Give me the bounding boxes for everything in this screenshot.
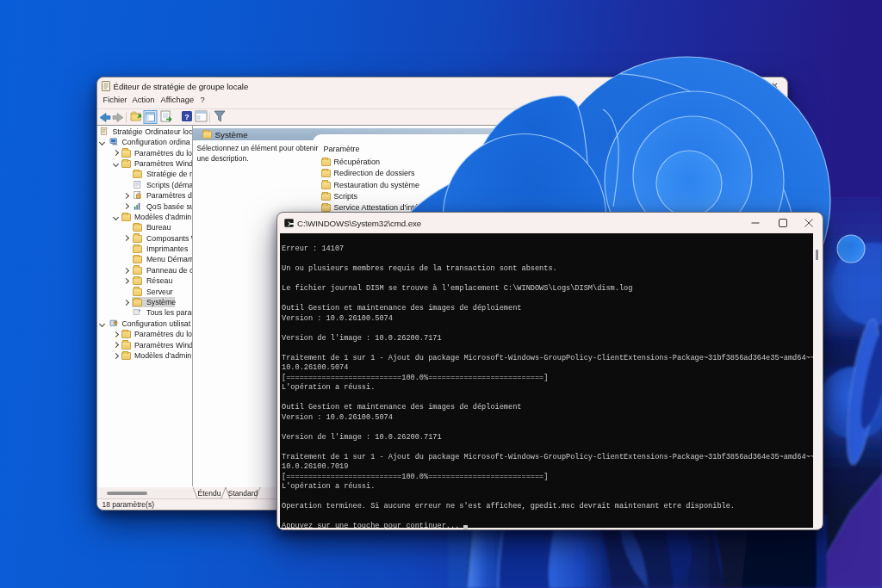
svg-text:?: ? [184,113,189,121]
svg-text:Standard: Standard [227,489,258,498]
svg-text:Étendu: Étendu [197,489,220,498]
